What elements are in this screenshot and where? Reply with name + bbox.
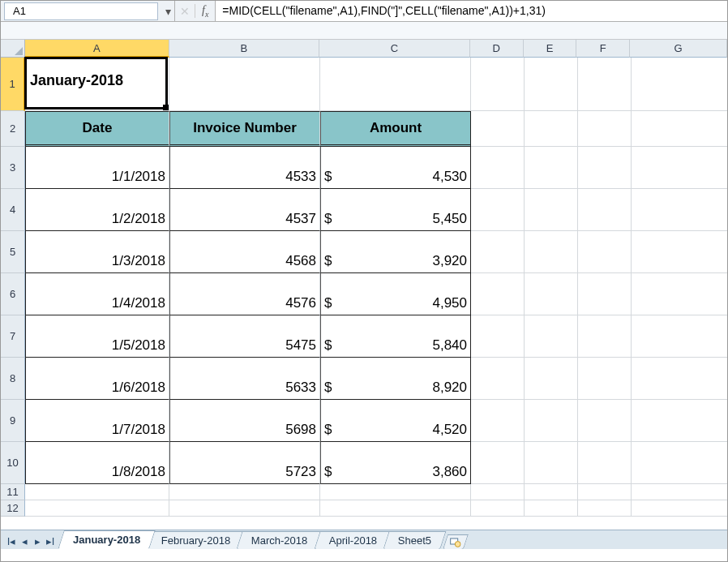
cell-B8[interactable]: 5633 xyxy=(169,358,320,400)
fx-icon[interactable]: fx xyxy=(195,4,215,19)
sheet-tab-label: January-2018 xyxy=(73,534,140,546)
name-box-wrap: A1 ▾ xyxy=(1,1,175,21)
cell-C2[interactable]: Amount xyxy=(320,111,471,147)
row-header-2[interactable]: 2 xyxy=(1,111,25,147)
column-header-d[interactable]: D xyxy=(470,40,524,58)
cell-A8[interactable]: 1/6/2018 xyxy=(25,358,169,400)
name-box-dropdown-icon[interactable]: ▾ xyxy=(161,2,174,20)
row-header-11[interactable]: 11 xyxy=(1,484,25,500)
sheet-tab-sheet5[interactable]: Sheet5 xyxy=(383,531,446,549)
cell-A10[interactable]: 1/8/2018 xyxy=(25,442,169,484)
cell-B7[interactable]: 5475 xyxy=(169,315,320,358)
sheet-tab-january-2018[interactable]: January-2018 xyxy=(58,530,156,549)
tab-nav-last-icon[interactable]: ▸I xyxy=(45,535,56,547)
cell-A7[interactable]: 1/5/2018 xyxy=(25,315,169,358)
column-header-g[interactable]: G xyxy=(630,40,727,58)
sheet-tab-february-2018[interactable]: February-2018 xyxy=(147,531,246,549)
row-header-5[interactable]: 5 xyxy=(1,231,25,273)
cells-area[interactable]: January-2018DateInvoice NumberAmount1/1/… xyxy=(25,58,727,530)
tab-nav-first-icon[interactable]: I◂ xyxy=(6,535,17,547)
cell-A2[interactable]: Date xyxy=(25,111,169,147)
cell-C3[interactable]: $4,530 xyxy=(320,147,471,189)
cell-C4[interactable]: $5,450 xyxy=(320,189,471,231)
tab-nav-buttons[interactable]: I◂ ◂ ▸ ▸I xyxy=(4,535,61,549)
cell-C6[interactable]: $4,950 xyxy=(320,273,471,315)
cell-C8[interactable]: $8,920 xyxy=(320,358,471,400)
formula-bar-spacer xyxy=(1,22,727,40)
cell-A6[interactable]: 1/4/2018 xyxy=(25,273,169,315)
row-header-12[interactable]: 12 xyxy=(1,500,25,517)
formula-bar: A1 ▾ ✕ fx =MID(CELL("filename",A1),FIND(… xyxy=(1,1,727,22)
sheet-tab-april-2018[interactable]: April-2018 xyxy=(314,531,392,549)
select-all-corner[interactable] xyxy=(1,40,25,58)
column-header-f[interactable]: F xyxy=(576,40,630,58)
worksheet-grid[interactable]: ABCDEFG 123456789101112 January-2018Date… xyxy=(1,40,727,530)
cell-A4[interactable]: 1/2/2018 xyxy=(25,189,169,231)
row-header-4[interactable]: 4 xyxy=(1,189,25,231)
cell-B9[interactable]: 5698 xyxy=(169,400,320,442)
column-header-b[interactable]: B xyxy=(169,40,320,58)
cell-B2[interactable]: Invoice Number xyxy=(169,111,320,147)
sheet-tab-label: February-2018 xyxy=(161,534,230,547)
row-header-6[interactable]: 6 xyxy=(1,273,25,315)
row-header-9[interactable]: 9 xyxy=(1,400,25,442)
cell-A5[interactable]: 1/3/2018 xyxy=(25,231,169,273)
cell-A1[interactable]: January-2018 xyxy=(25,58,169,111)
column-header-c[interactable]: C xyxy=(319,40,470,58)
tab-list: January-2018February-2018March-2018April… xyxy=(61,530,440,549)
formula-input[interactable]: =MID(CELL("filename",A1),FIND("]",CELL("… xyxy=(215,1,727,21)
row-header-3[interactable]: 3 xyxy=(1,147,25,189)
cell-B3[interactable]: 4533 xyxy=(169,147,320,189)
cell-C5[interactable]: $3,920 xyxy=(320,231,471,273)
cell-B6[interactable]: 4576 xyxy=(169,273,320,315)
cell-C10[interactable]: $3,860 xyxy=(320,442,471,484)
cancel-icon: ✕ xyxy=(180,5,190,18)
row-headers[interactable]: 123456789101112 xyxy=(1,58,25,517)
new-sheet-button[interactable] xyxy=(443,534,469,549)
tab-nav-prev-icon[interactable]: ◂ xyxy=(19,535,30,547)
sheet-tab-label: April-2018 xyxy=(329,534,377,547)
svg-point-1 xyxy=(456,541,461,547)
tab-nav-next-icon[interactable]: ▸ xyxy=(32,535,43,547)
sheet-tab-bar: I◂ ◂ ▸ ▸I January-2018February-2018March… xyxy=(1,530,727,549)
name-box[interactable]: A1 xyxy=(4,2,158,20)
cell-A9[interactable]: 1/7/2018 xyxy=(25,400,169,442)
row-header-8[interactable]: 8 xyxy=(1,358,25,400)
column-header-e[interactable]: E xyxy=(524,40,577,58)
cell-A3[interactable]: 1/1/2018 xyxy=(25,147,169,189)
cell-B5[interactable]: 4568 xyxy=(169,231,320,273)
row-header-7[interactable]: 7 xyxy=(1,315,25,358)
cell-B4[interactable]: 4537 xyxy=(169,189,320,231)
row-header-10[interactable]: 10 xyxy=(1,442,25,484)
column-header-a[interactable]: A xyxy=(25,40,169,58)
sheet-tab-march-2018[interactable]: March-2018 xyxy=(237,531,323,549)
column-headers[interactable]: ABCDEFG xyxy=(25,40,727,58)
cell-C7[interactable]: $5,840 xyxy=(320,315,471,358)
sheet-tab-label: March-2018 xyxy=(251,534,307,547)
formula-buttons: ✕ xyxy=(175,1,195,21)
cell-B10[interactable]: 5723 xyxy=(169,442,320,484)
cell-C9[interactable]: $4,520 xyxy=(320,400,471,442)
sheet-tab-label: Sheet5 xyxy=(398,534,431,547)
row-header-1[interactable]: 1 xyxy=(1,58,25,111)
